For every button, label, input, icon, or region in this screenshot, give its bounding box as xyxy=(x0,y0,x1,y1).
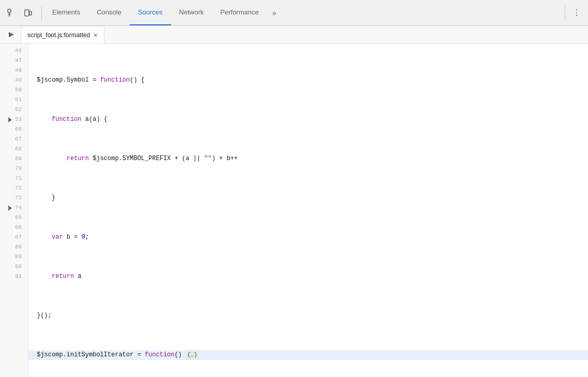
collapse-arrow-74[interactable] xyxy=(8,206,12,211)
tab-more-button[interactable]: » xyxy=(267,6,282,20)
line-num-91: 91 xyxy=(8,272,24,281)
collapse-arrow-53[interactable] xyxy=(8,117,12,122)
code-content[interactable]: $jscomp.Symbol = function() { function a… xyxy=(28,44,588,377)
file-tab-close[interactable]: × xyxy=(93,32,97,39)
line-num-71: 71 xyxy=(8,174,24,183)
line-num-67: 67 xyxy=(8,134,24,144)
inspect-icon[interactable] xyxy=(4,6,19,20)
file-tab-script-foot[interactable]: script_foot.js:formatted × xyxy=(21,26,104,43)
line-num-73: 73 xyxy=(8,193,24,203)
code-line-53: $jscomp.initSymbolIterator = function() … xyxy=(28,350,588,360)
line-num-85: 85 xyxy=(8,213,24,223)
code-line-50: var b = 0; xyxy=(28,232,588,242)
file-tab-name: script_foot.js:formatted xyxy=(27,32,90,39)
line-num-74: 74 xyxy=(8,203,24,213)
line-num-50: 50 xyxy=(8,85,24,95)
line-num-88: 88 xyxy=(8,242,24,252)
tab-sources[interactable]: Sources xyxy=(130,0,171,25)
code-editor: 46 47 48 49 50 51 52 53 66 67 68 69 70 7… xyxy=(0,44,588,377)
line-num-87: 87 xyxy=(8,232,24,242)
line-num-66: 66 xyxy=(8,124,24,134)
line-num-48: 48 xyxy=(8,66,24,75)
devtools-toolbar: Elements Console Sources Network Perform… xyxy=(0,0,588,26)
toolbar-right-divider xyxy=(565,6,565,20)
code-line-49: } xyxy=(28,193,588,203)
svg-rect-0 xyxy=(8,9,11,12)
tab-list: Elements Console Sources Network Perform… xyxy=(44,0,563,25)
line-num-53: 53 xyxy=(8,115,24,124)
toolbar-icons xyxy=(4,6,35,20)
code-line-52: }(); xyxy=(28,311,588,321)
file-tab-bar: script_foot.js:formatted × xyxy=(0,26,588,44)
toolbar-divider xyxy=(41,6,42,20)
code-line-46: $jscomp.Symbol = function() { xyxy=(28,75,588,85)
svg-rect-4 xyxy=(29,11,32,15)
line-numbers: 46 47 48 49 50 51 52 53 66 67 68 69 70 7… xyxy=(0,44,28,377)
line-num-70: 70 xyxy=(8,164,24,174)
code-line-47: function a(a) { xyxy=(28,115,588,124)
code-line-51: return a xyxy=(28,272,588,281)
line-num-47: 47 xyxy=(8,56,24,66)
line-num-68: 68 xyxy=(8,144,24,154)
tab-elements[interactable]: Elements xyxy=(44,0,88,25)
tab-network[interactable]: Network xyxy=(171,0,212,25)
device-toggle-icon[interactable] xyxy=(21,6,35,20)
line-num-46: 46 xyxy=(8,46,24,56)
svg-marker-5 xyxy=(9,32,14,37)
code-line-48: return $jscomp.SYMBOL_PREFIX + (a || "")… xyxy=(28,154,588,164)
line-num-69: 69 xyxy=(8,154,24,164)
toolbar-right: ⋮ xyxy=(563,6,584,20)
line-num-49: 49 xyxy=(8,75,24,85)
settings-menu-icon[interactable]: ⋮ xyxy=(569,6,584,20)
line-num-90: 90 xyxy=(8,262,24,272)
tab-console[interactable]: Console xyxy=(88,0,130,25)
line-num-86: 86 xyxy=(8,223,24,232)
line-num-72: 72 xyxy=(8,183,24,193)
line-num-89: 89 xyxy=(8,252,24,262)
svg-rect-3 xyxy=(25,10,29,16)
tab-performance[interactable]: Performance xyxy=(212,0,267,25)
file-panel-toggle[interactable] xyxy=(4,27,19,42)
line-num-51: 51 xyxy=(8,95,24,105)
line-num-52: 52 xyxy=(8,105,24,115)
